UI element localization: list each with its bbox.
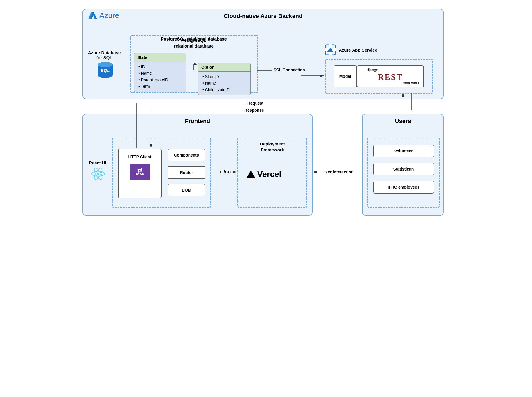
model-box: Model: [334, 65, 357, 87]
app-service-label: Azure App Service: [339, 48, 377, 52]
frontend-panel: Frontend React UI HTTP Client ⇄ axios Co…: [82, 114, 313, 216]
azure-brand-text: Azure: [99, 11, 119, 20]
option-fields: • StateID • Name • Child_stateID: [198, 72, 250, 95]
option-head: Option: [198, 63, 250, 72]
dom-box: DOM: [168, 184, 205, 196]
axios-icon: ⇄ axios: [130, 164, 150, 180]
deploy-title: DeploymentFramework: [237, 141, 307, 152]
response-label: Response: [243, 108, 266, 113]
user-ifrc: IFRC employees: [373, 181, 434, 194]
user-statistican: Statistican: [373, 163, 434, 175]
react-label: React UI: [86, 160, 109, 165]
http-client-box: HTTP Client ⇄ axios: [118, 149, 162, 198]
drf-box: django REST framework: [357, 65, 424, 87]
cicd-label: CI/CD: [218, 170, 232, 174]
user-volunteer: Volunteer: [373, 145, 434, 157]
user-interaction-label: User interaction: [321, 170, 355, 174]
azure-icon: [88, 11, 98, 20]
backend-panel: Cloud-native Azure Backend Azure Azure D…: [82, 9, 444, 99]
frontend-title: Frontend: [83, 118, 312, 124]
azure-logo: Azure: [88, 11, 119, 20]
svg-point-8: [97, 173, 99, 175]
diagram-canvas: Cloud-native Azure Backend Azure Azure D…: [80, 6, 452, 286]
app-service-header: Azure App Service: [325, 44, 377, 55]
react-icon: [91, 167, 106, 182]
azure-db-label: Azure Database for SQL: [85, 50, 123, 60]
users-title: Users: [363, 118, 443, 124]
sql-cylinder-icon: SQL: [96, 62, 114, 80]
router-box: Router: [168, 166, 205, 179]
state-head: State: [134, 53, 186, 62]
users-panel: Users Volunteer Statistican IFRC employe…: [362, 114, 444, 216]
state-fields: • ID • Name • Parent_stateID • Term: [134, 62, 186, 92]
components-box: Components: [168, 149, 205, 161]
ssl-label: SSL Connection: [272, 68, 307, 72]
app-service-icon: [325, 44, 336, 55]
backend-title: Cloud-native Azure Backend: [83, 13, 443, 20]
request-label: Request: [246, 101, 265, 106]
vercel-icon: [246, 170, 256, 178]
postgres-title-text: PostgreSQLrelational database: [130, 37, 258, 49]
svg-point-2: [98, 73, 113, 78]
option-table: Option • StateID • Name • Child_stateID: [198, 63, 251, 95]
svg-point-3: [98, 62, 113, 67]
state-table: State • ID • Name • Parent_stateID • Ter…: [134, 53, 186, 92]
vercel-logo: Vercel: [246, 170, 281, 179]
svg-text:SQL: SQL: [101, 68, 110, 73]
